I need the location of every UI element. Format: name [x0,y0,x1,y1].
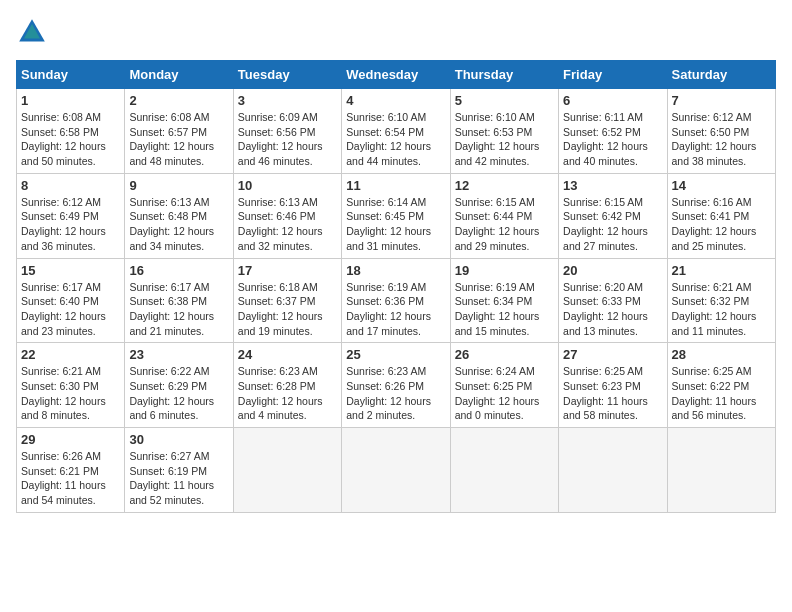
sunrise: Sunrise: 6:26 AM [21,449,120,464]
calendar-cell [342,428,450,513]
daylight: Daylight: 12 hours and 19 minutes. [238,309,337,338]
daylight: Daylight: 12 hours and 8 minutes. [21,394,120,423]
sunrise: Sunrise: 6:22 AM [129,364,228,379]
day-info: Sunrise: 6:20 AM Sunset: 6:33 PM Dayligh… [563,280,662,339]
calendar-week-1: 1 Sunrise: 6:08 AM Sunset: 6:58 PM Dayli… [17,89,776,174]
calendar-cell: 10 Sunrise: 6:13 AM Sunset: 6:46 PM Dayl… [233,173,341,258]
day-number: 21 [672,263,771,278]
sunrise: Sunrise: 6:20 AM [563,280,662,295]
sunset: Sunset: 6:22 PM [672,379,771,394]
calendar-cell: 8 Sunrise: 6:12 AM Sunset: 6:49 PM Dayli… [17,173,125,258]
sunset: Sunset: 6:40 PM [21,294,120,309]
sunset: Sunset: 6:29 PM [129,379,228,394]
day-info: Sunrise: 6:15 AM Sunset: 6:42 PM Dayligh… [563,195,662,254]
calendar-dow-tuesday: Tuesday [233,61,341,89]
day-number: 27 [563,347,662,362]
sunrise: Sunrise: 6:14 AM [346,195,445,210]
daylight: Daylight: 12 hours and 25 minutes. [672,224,771,253]
day-info: Sunrise: 6:25 AM Sunset: 6:22 PM Dayligh… [672,364,771,423]
calendar-cell: 30 Sunrise: 6:27 AM Sunset: 6:19 PM Dayl… [125,428,233,513]
day-number: 22 [21,347,120,362]
calendar-cell [450,428,558,513]
sunset: Sunset: 6:30 PM [21,379,120,394]
day-number: 11 [346,178,445,193]
sunset: Sunset: 6:38 PM [129,294,228,309]
day-info: Sunrise: 6:12 AM Sunset: 6:50 PM Dayligh… [672,110,771,169]
day-info: Sunrise: 6:17 AM Sunset: 6:40 PM Dayligh… [21,280,120,339]
daylight: Daylight: 12 hours and 42 minutes. [455,139,554,168]
logo-icon [16,16,48,48]
sunrise: Sunrise: 6:23 AM [238,364,337,379]
calendar-cell: 3 Sunrise: 6:09 AM Sunset: 6:56 PM Dayli… [233,89,341,174]
calendar-cell: 29 Sunrise: 6:26 AM Sunset: 6:21 PM Dayl… [17,428,125,513]
sunrise: Sunrise: 6:11 AM [563,110,662,125]
sunset: Sunset: 6:46 PM [238,209,337,224]
calendar-cell: 4 Sunrise: 6:10 AM Sunset: 6:54 PM Dayli… [342,89,450,174]
sunrise: Sunrise: 6:12 AM [672,110,771,125]
daylight: Daylight: 11 hours and 56 minutes. [672,394,771,423]
day-number: 1 [21,93,120,108]
daylight: Daylight: 12 hours and 44 minutes. [346,139,445,168]
sunset: Sunset: 6:26 PM [346,379,445,394]
day-number: 14 [672,178,771,193]
sunset: Sunset: 6:23 PM [563,379,662,394]
sunrise: Sunrise: 6:17 AM [21,280,120,295]
day-info: Sunrise: 6:09 AM Sunset: 6:56 PM Dayligh… [238,110,337,169]
sunset: Sunset: 6:28 PM [238,379,337,394]
sunrise: Sunrise: 6:16 AM [672,195,771,210]
sunrise: Sunrise: 6:08 AM [21,110,120,125]
day-number: 3 [238,93,337,108]
calendar-cell: 14 Sunrise: 6:16 AM Sunset: 6:41 PM Dayl… [667,173,775,258]
daylight: Daylight: 12 hours and 32 minutes. [238,224,337,253]
calendar-cell: 11 Sunrise: 6:14 AM Sunset: 6:45 PM Dayl… [342,173,450,258]
day-info: Sunrise: 6:22 AM Sunset: 6:29 PM Dayligh… [129,364,228,423]
day-info: Sunrise: 6:16 AM Sunset: 6:41 PM Dayligh… [672,195,771,254]
calendar-cell: 2 Sunrise: 6:08 AM Sunset: 6:57 PM Dayli… [125,89,233,174]
sunset: Sunset: 6:25 PM [455,379,554,394]
sunrise: Sunrise: 6:25 AM [563,364,662,379]
day-info: Sunrise: 6:26 AM Sunset: 6:21 PM Dayligh… [21,449,120,508]
day-number: 2 [129,93,228,108]
daylight: Daylight: 12 hours and 11 minutes. [672,309,771,338]
calendar-cell: 24 Sunrise: 6:23 AM Sunset: 6:28 PM Dayl… [233,343,341,428]
sunset: Sunset: 6:45 PM [346,209,445,224]
sunset: Sunset: 6:37 PM [238,294,337,309]
sunset: Sunset: 6:57 PM [129,125,228,140]
daylight: Daylight: 12 hours and 34 minutes. [129,224,228,253]
daylight: Daylight: 12 hours and 23 minutes. [21,309,120,338]
sunset: Sunset: 6:56 PM [238,125,337,140]
calendar-cell: 15 Sunrise: 6:17 AM Sunset: 6:40 PM Dayl… [17,258,125,343]
calendar-cell: 7 Sunrise: 6:12 AM Sunset: 6:50 PM Dayli… [667,89,775,174]
day-number: 9 [129,178,228,193]
calendar: SundayMondayTuesdayWednesdayThursdayFrid… [16,60,776,513]
day-number: 16 [129,263,228,278]
day-info: Sunrise: 6:18 AM Sunset: 6:37 PM Dayligh… [238,280,337,339]
calendar-dow-friday: Friday [559,61,667,89]
sunrise: Sunrise: 6:13 AM [238,195,337,210]
daylight: Daylight: 12 hours and 27 minutes. [563,224,662,253]
sunset: Sunset: 6:48 PM [129,209,228,224]
day-number: 25 [346,347,445,362]
calendar-cell: 23 Sunrise: 6:22 AM Sunset: 6:29 PM Dayl… [125,343,233,428]
calendar-week-5: 29 Sunrise: 6:26 AM Sunset: 6:21 PM Dayl… [17,428,776,513]
sunset: Sunset: 6:32 PM [672,294,771,309]
sunrise: Sunrise: 6:12 AM [21,195,120,210]
sunrise: Sunrise: 6:10 AM [346,110,445,125]
daylight: Daylight: 12 hours and 40 minutes. [563,139,662,168]
daylight: Daylight: 12 hours and 13 minutes. [563,309,662,338]
sunrise: Sunrise: 6:21 AM [21,364,120,379]
day-info: Sunrise: 6:23 AM Sunset: 6:28 PM Dayligh… [238,364,337,423]
sunrise: Sunrise: 6:19 AM [346,280,445,295]
day-info: Sunrise: 6:15 AM Sunset: 6:44 PM Dayligh… [455,195,554,254]
calendar-week-2: 8 Sunrise: 6:12 AM Sunset: 6:49 PM Dayli… [17,173,776,258]
daylight: Daylight: 12 hours and 48 minutes. [129,139,228,168]
sunrise: Sunrise: 6:18 AM [238,280,337,295]
calendar-week-3: 15 Sunrise: 6:17 AM Sunset: 6:40 PM Dayl… [17,258,776,343]
day-info: Sunrise: 6:08 AM Sunset: 6:57 PM Dayligh… [129,110,228,169]
daylight: Daylight: 12 hours and 46 minutes. [238,139,337,168]
calendar-cell: 27 Sunrise: 6:25 AM Sunset: 6:23 PM Dayl… [559,343,667,428]
sunrise: Sunrise: 6:19 AM [455,280,554,295]
sunrise: Sunrise: 6:21 AM [672,280,771,295]
day-number: 8 [21,178,120,193]
daylight: Daylight: 12 hours and 38 minutes. [672,139,771,168]
